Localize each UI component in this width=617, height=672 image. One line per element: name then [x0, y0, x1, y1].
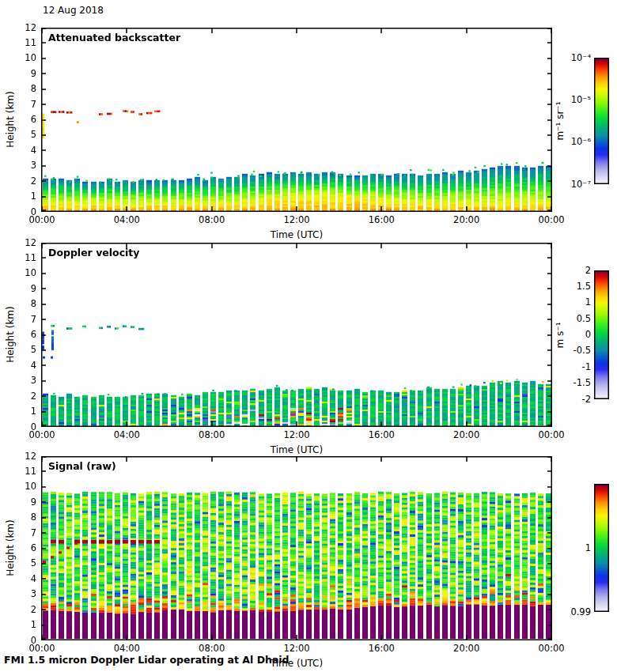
y-tick-label: 6 — [2, 115, 36, 125]
y-tick-label: 2 — [2, 605, 36, 615]
velocity-heatmap-canvas — [41, 243, 552, 427]
backscatter-x-axis-label: Time (UTC) — [233, 229, 360, 240]
signal-heatmap-canvas — [41, 456, 552, 640]
date-label: 12 Aug 2018 — [43, 5, 104, 16]
y-tick-label: 9 — [2, 69, 36, 79]
colorbar-tick-label: 1 — [585, 297, 591, 308]
y-tick-label: 6 — [2, 330, 36, 340]
x-tick-label: 12:00 — [273, 644, 320, 654]
y-tick-label: 4 — [2, 361, 36, 371]
x-tick-label: 00:00 — [18, 430, 66, 440]
y-tick-label: 2 — [2, 391, 36, 402]
y-tick-label: 1 — [2, 191, 36, 202]
x-tick-label: 20:00 — [443, 644, 490, 654]
y-tick-label: 7 — [2, 315, 36, 325]
x-tick-label: 16:00 — [358, 644, 405, 654]
colorbar-tick-label: 10⁻⁵ — [571, 95, 591, 105]
y-tick-label: 9 — [2, 497, 36, 508]
x-tick-label: 08:00 — [188, 430, 236, 440]
backscatter-panel-title: Attenuated backscatter — [48, 32, 180, 43]
colorbar-tick-label: 10⁻⁴ — [571, 53, 591, 63]
y-tick-label: 7 — [2, 528, 36, 538]
x-tick-label: 00:00 — [18, 215, 66, 225]
x-tick-label: 20:00 — [443, 430, 490, 440]
velocity-panel-title: Doppler velocity — [48, 247, 139, 259]
y-tick-label: 12 — [2, 451, 36, 462]
y-tick-label: 10 — [2, 481, 36, 492]
y-tick-label: 4 — [2, 574, 36, 584]
y-tick-label: 8 — [2, 299, 36, 309]
velocity-colorbar-unit: m s⁻¹ — [555, 323, 566, 349]
x-tick-label: 04:00 — [103, 430, 150, 440]
backscatter-colorbar-canvas — [594, 58, 609, 184]
colorbar-tick-label: 1.5 — [577, 281, 591, 292]
footer-caption: FMI 1.5 micron Doppler Lidar operating a… — [4, 654, 290, 666]
x-tick-label: 20:00 — [443, 215, 490, 225]
lidar-quicklook-figure: 12 Aug 2018 Attenuated backscatter Heigh… — [0, 0, 617, 672]
y-tick-label: 1 — [2, 406, 36, 417]
colorbar-tick-label: 1 — [585, 543, 591, 553]
signal-panel: Signal (raw) — [41, 456, 552, 640]
y-tick-label: 5 — [2, 558, 36, 568]
colorbar-tick-label: 0 — [585, 330, 591, 340]
y-tick-label: 7 — [2, 100, 36, 110]
y-tick-label: 4 — [2, 145, 36, 156]
backscatter-colorbar-unit: m⁻¹ sr⁻¹ — [555, 102, 566, 141]
colorbar-tick-label: 10⁻⁷ — [571, 179, 591, 190]
y-tick-label: 6 — [2, 543, 36, 553]
x-tick-label: 00:00 — [528, 430, 575, 440]
x-tick-label: 00:00 — [528, 644, 575, 654]
x-tick-label: 12:00 — [273, 215, 320, 225]
colorbar-tick-label: -2 — [582, 395, 591, 405]
x-tick-label: 08:00 — [188, 215, 236, 225]
backscatter-panel: Attenuated backscatter — [41, 28, 552, 212]
y-tick-label: 10 — [2, 268, 36, 278]
x-tick-label: 00:00 — [528, 215, 575, 225]
y-tick-label: 12 — [2, 23, 36, 33]
colorbar-tick-label: 10⁻⁶ — [571, 137, 591, 147]
y-tick-label: 3 — [2, 589, 36, 599]
x-tick-label: 16:00 — [358, 215, 405, 225]
y-tick-label: 10 — [2, 53, 36, 63]
colorbar-tick-label: -1.5 — [573, 378, 591, 388]
colorbar-tick-label: 0.5 — [577, 314, 591, 324]
y-tick-label: 5 — [2, 345, 36, 355]
y-tick-label: 9 — [2, 284, 36, 294]
signal-panel-title: Signal (raw) — [48, 460, 116, 472]
velocity-x-axis-label: Time (UTC) — [233, 444, 360, 455]
x-tick-label: 12:00 — [273, 430, 320, 440]
colorbar-tick-label: 0.99 — [570, 607, 591, 617]
colorbar-tick-label: 2 — [585, 266, 591, 276]
y-tick-label: 3 — [2, 376, 36, 386]
y-tick-label: 1 — [2, 620, 36, 630]
y-tick-label: 8 — [2, 84, 36, 94]
x-tick-label: 00:00 — [18, 644, 66, 654]
y-tick-label: 11 — [2, 466, 36, 477]
velocity-colorbar-canvas — [594, 270, 609, 399]
x-tick-label: 04:00 — [103, 644, 150, 654]
x-tick-label: 04:00 — [103, 215, 150, 225]
backscatter-heatmap-canvas — [41, 28, 552, 212]
signal-colorbar-canvas — [594, 484, 609, 612]
velocity-panel: Doppler velocity — [41, 243, 552, 427]
y-tick-label: 8 — [2, 512, 36, 523]
colorbar-tick-label: -0.5 — [573, 345, 591, 356]
x-tick-label: 16:00 — [358, 430, 405, 440]
colorbar-tick-label: -1 — [582, 362, 591, 372]
y-tick-label: 5 — [2, 130, 36, 140]
y-tick-label: 12 — [2, 238, 36, 248]
x-tick-label: 08:00 — [188, 644, 236, 654]
y-tick-label: 11 — [2, 38, 36, 48]
y-tick-label: 3 — [2, 160, 36, 171]
y-tick-label: 11 — [2, 253, 36, 263]
y-tick-label: 2 — [2, 176, 36, 187]
